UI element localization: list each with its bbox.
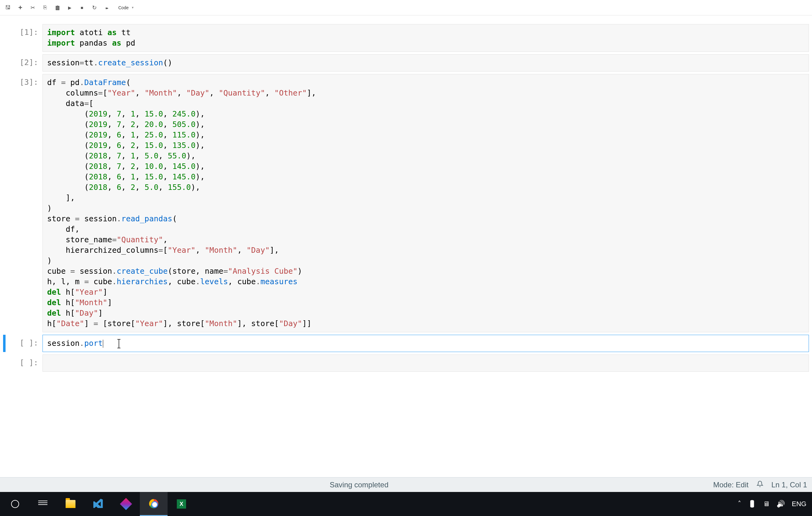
task-view-button[interactable] (29, 492, 57, 516)
code-cell-active[interactable]: [ ]: session.port (3, 335, 809, 352)
code-cell[interactable]: [1]: import atoti as tt import pandas as… (3, 24, 809, 52)
task-view-icon (38, 500, 48, 507)
input-prompt: [ ]: (5, 335, 42, 352)
monitor-icon (763, 500, 770, 508)
system-tray: ENG (733, 500, 811, 508)
notification-icon[interactable] (757, 481, 763, 489)
excel-icon: X (177, 499, 186, 509)
insert-cell-button[interactable] (16, 3, 25, 12)
cell-selection-bar (3, 335, 5, 352)
volume-icon (777, 500, 785, 508)
copy-button[interactable] (41, 3, 49, 12)
mode-indicator: Mode: Edit (713, 481, 749, 489)
tray-volume[interactable] (777, 500, 785, 508)
code-input[interactable]: session=tt.create_session() (42, 54, 809, 72)
cell-type-select-wrap: Code (115, 4, 135, 11)
excel-button[interactable]: X (168, 492, 195, 516)
code-cell[interactable]: [ ]: (3, 354, 809, 372)
play-icon (68, 5, 71, 10)
chrome-icon (149, 499, 158, 508)
plus-icon (19, 4, 23, 12)
code-input[interactable]: import atoti as tt import pandas as pd (42, 24, 809, 52)
code-input[interactable] (42, 354, 809, 372)
save-icon (5, 4, 11, 11)
clipboard-icon (55, 5, 60, 10)
code-cell[interactable]: [2]: session=tt.create_session() (3, 54, 809, 72)
paste-button[interactable] (53, 3, 62, 12)
folder-icon (66, 500, 76, 508)
status-right: Mode: Edit Ln 1, Col 1 (713, 481, 807, 489)
vscode-icon (93, 498, 103, 510)
cortana-icon (11, 500, 19, 508)
code-input[interactable]: session.port (42, 335, 809, 352)
battery-icon (748, 500, 756, 508)
cell-selection-bar (3, 74, 5, 332)
status-bar: Saving completed Mode: Edit Ln 1, Col 1 (0, 477, 812, 492)
getstarted-button[interactable] (112, 492, 140, 516)
input-prompt: [1]: (5, 24, 42, 52)
copy-icon (44, 4, 47, 11)
run-button[interactable] (65, 3, 74, 12)
file-explorer-button[interactable] (57, 492, 84, 516)
restart-button[interactable] (90, 3, 98, 12)
toolbar: Code (0, 0, 812, 16)
fast-forward-icon (106, 5, 108, 10)
cell-selection-bar (3, 54, 5, 72)
tray-battery[interactable] (748, 500, 756, 508)
cell-type-select[interactable]: Code (117, 4, 135, 11)
getstarted-icon (120, 498, 132, 510)
scissors-icon (30, 4, 35, 11)
save-button[interactable] (4, 3, 12, 12)
cell-selection-bar (3, 354, 5, 372)
input-prompt: [3]: (5, 74, 42, 332)
code-cell[interactable]: [3]: df = pd.DataFrame( columns=["Year",… (3, 74, 809, 332)
code-input[interactable]: df = pd.DataFrame( columns=["Year", "Mon… (42, 74, 809, 332)
cursor-position: Ln 1, Col 1 (771, 481, 807, 489)
stop-icon (81, 5, 83, 10)
restart-icon (92, 4, 97, 11)
tray-overflow-button[interactable] (738, 500, 741, 508)
chevron-up-icon (738, 500, 741, 508)
ibeam-cursor-icon (119, 339, 119, 348)
cell-selection-bar (3, 24, 5, 52)
restart-run-all-button[interactable] (102, 3, 111, 12)
windows-taskbar: X ENG (0, 492, 812, 516)
tray-language[interactable]: ENG (792, 500, 807, 508)
tray-display[interactable] (763, 500, 770, 508)
cortana-button[interactable] (1, 492, 29, 516)
input-prompt: [ ]: (5, 354, 42, 372)
notebook[interactable]: [1]: import atoti as tt import pandas as… (0, 16, 812, 477)
text-caret-icon (103, 340, 103, 348)
vscode-button[interactable] (84, 492, 112, 516)
status-message: Saving completed (5, 481, 713, 489)
interrupt-button[interactable] (78, 3, 86, 12)
chrome-button[interactable] (140, 492, 168, 516)
input-prompt: [2]: (5, 54, 42, 72)
cut-button[interactable] (28, 3, 37, 12)
